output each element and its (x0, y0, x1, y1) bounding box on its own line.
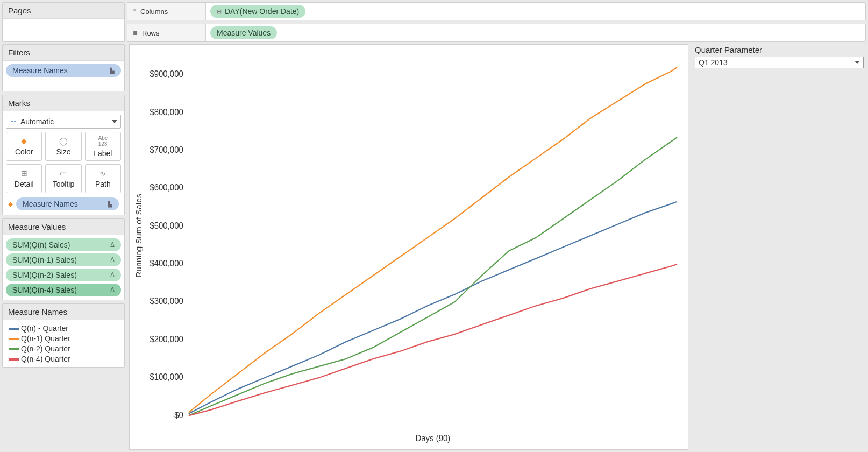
svg-text:$200,000: $200,000 (150, 334, 183, 343)
rows-icon: ≣ (133, 30, 138, 37)
pages-card: Pages (2, 2, 125, 42)
filter-icon: ▙ (108, 201, 112, 207)
columns-label-text: Columns (140, 8, 168, 16)
mark-tooltip-button[interactable]: ▭ Tooltip (45, 164, 81, 193)
measure-value-pill[interactable]: SUM(Q(n) Sales)Δ (6, 238, 121, 251)
color-indicator-icon: ◆ (8, 200, 13, 208)
legend-item[interactable]: Q(n-4) Quarter (6, 354, 121, 364)
mark-size-label: Size (56, 147, 70, 156)
filter-pill-measure-names[interactable]: Measure Names ▙ (6, 64, 121, 77)
legend-item[interactable]: Q(n) - Quarter (6, 323, 121, 333)
measure-values-body[interactable]: SUM(Q(n) Sales)ΔSUM(Q(n-1) Sales)ΔSUM(Q(… (3, 235, 124, 300)
rows-shelf-label: ≣ Rows (127, 24, 206, 41)
legend-label: Q(n) - Quarter (21, 324, 68, 333)
mark-color-button[interactable]: ◆ Color (6, 132, 42, 161)
tooltip-icon: ▭ (60, 169, 67, 178)
svg-text:$600,000: $600,000 (150, 183, 183, 192)
filters-card: Filters Measure Names ▙ (2, 44, 125, 91)
svg-text:$400,000: $400,000 (150, 259, 183, 268)
chevron-down-icon (855, 61, 860, 64)
label-icon: Abc123 (98, 135, 108, 147)
measure-value-pill[interactable]: SUM(Q(n-2) Sales)Δ (6, 269, 121, 281)
svg-text:Days (90): Days (90) (415, 434, 450, 443)
columns-pill[interactable]: ⊞ DAY(New Order Date) (210, 5, 305, 18)
legend-body: Q(n) - QuarterQ(n-1) QuarterQ(n-2) Quart… (3, 320, 124, 367)
legend-item[interactable]: Q(n-2) Quarter (6, 344, 121, 354)
rows-pill[interactable]: Measure Values (210, 26, 277, 39)
legend-label: Q(n-2) Quarter (21, 344, 70, 353)
path-icon: ∿ (99, 169, 106, 178)
columns-shelf-label: ⦙⦙⦙ Columns (127, 3, 206, 20)
mark-path-button[interactable]: ∿ Path (85, 164, 121, 193)
delta-icon: Δ (110, 271, 115, 279)
svg-text:Running Sum of Sales: Running Sum of Sales (134, 194, 143, 278)
rows-pill-text: Measure Values (217, 29, 271, 37)
color-icon: ◆ (21, 137, 27, 145)
svg-text:$500,000: $500,000 (150, 221, 183, 230)
delta-icon: Δ (110, 241, 115, 249)
marks-type-select[interactable]: 〰 Automatic (6, 115, 121, 129)
mark-size-button[interactable]: ◯ Size (45, 132, 81, 161)
line-icon: 〰 (10, 117, 17, 126)
plus-icon: ⊞ (217, 8, 222, 15)
legend-item[interactable]: Q(n-1) Quarter (6, 334, 121, 343)
legend-swatch (9, 358, 19, 361)
legend-swatch (9, 328, 19, 330)
legend-swatch (9, 338, 19, 340)
svg-text:$700,000: $700,000 (150, 145, 183, 154)
filter-icon: ▙ (110, 68, 115, 74)
svg-text:$100,000: $100,000 (150, 372, 183, 382)
mark-detail-label: Detail (15, 180, 34, 188)
columns-pill-text: DAY(New Order Date) (225, 7, 299, 16)
svg-text:$900,000: $900,000 (150, 69, 183, 79)
rows-shelf[interactable]: Measure Values (206, 24, 865, 41)
mark-color-label: Color (15, 147, 33, 156)
mark-detail-button[interactable]: ⊞ Detail (6, 164, 42, 193)
mark-tooltip-label: Tooltip (53, 180, 74, 188)
parameter-value: Q1 2013 (699, 58, 728, 67)
filters-header: Filters (3, 45, 124, 61)
measure-value-text: SUM(Q(n-4) Sales) (12, 286, 77, 294)
legend-header: Measure Names (3, 304, 124, 320)
svg-text:$800,000: $800,000 (150, 107, 183, 116)
marks-color-pill-text: Measure Names (23, 200, 78, 208)
marks-header: Marks (3, 95, 124, 111)
parameter-select[interactable]: Q1 2013 (695, 56, 864, 68)
svg-text:$300,000: $300,000 (150, 296, 183, 306)
size-icon: ◯ (59, 137, 68, 145)
filters-body[interactable]: Measure Names ▙ (3, 61, 124, 91)
svg-text:$0: $0 (174, 410, 183, 419)
measure-value-text: SUM(Q(n) Sales) (12, 241, 70, 249)
filter-pill-text: Measure Names (12, 66, 68, 75)
measure-values-card: Measure Values SUM(Q(n) Sales)ΔSUM(Q(n-1… (2, 218, 125, 300)
mark-path-label: Path (95, 180, 111, 188)
marks-type-value: Automatic (20, 117, 54, 126)
marks-color-pill[interactable]: Measure Names ▙ (16, 197, 119, 210)
measure-value-text: SUM(Q(n-2) Sales) (12, 271, 77, 279)
chart: $0$100,000$200,000$300,000$400,000$500,0… (130, 45, 688, 449)
legend-swatch (9, 348, 19, 350)
marks-card: Marks 〰 Automatic ◆ Color (2, 95, 125, 215)
mark-label-label: Label (94, 149, 112, 158)
chevron-down-icon (112, 120, 117, 123)
delta-icon: Δ (110, 286, 115, 294)
columns-shelf[interactable]: ⊞ DAY(New Order Date) (206, 3, 865, 20)
measure-values-header: Measure Values (3, 219, 124, 235)
measure-value-pill[interactable]: SUM(Q(n-4) Sales)Δ (6, 284, 121, 296)
pages-body[interactable] (3, 19, 124, 40)
measure-value-pill[interactable]: SUM(Q(n-1) Sales)Δ (6, 253, 121, 266)
detail-icon: ⊞ (21, 169, 27, 178)
columns-icon: ⦙⦙⦙ (133, 8, 136, 15)
rows-label-text: Rows (142, 29, 160, 37)
mark-label-button[interactable]: Abc123 Label (85, 132, 121, 161)
legend-label: Q(n-1) Quarter (21, 334, 70, 343)
legend-label: Q(n-4) Quarter (21, 355, 70, 363)
delta-icon: Δ (110, 256, 115, 264)
parameter-title: Quarter Parameter (695, 45, 864, 54)
pages-header: Pages (3, 3, 124, 19)
measure-value-text: SUM(Q(n-1) Sales) (12, 256, 77, 264)
visualization-area[interactable]: $0$100,000$200,000$300,000$400,000$500,0… (129, 44, 688, 450)
legend-card: Measure Names Q(n) - QuarterQ(n-1) Quart… (2, 303, 125, 368)
